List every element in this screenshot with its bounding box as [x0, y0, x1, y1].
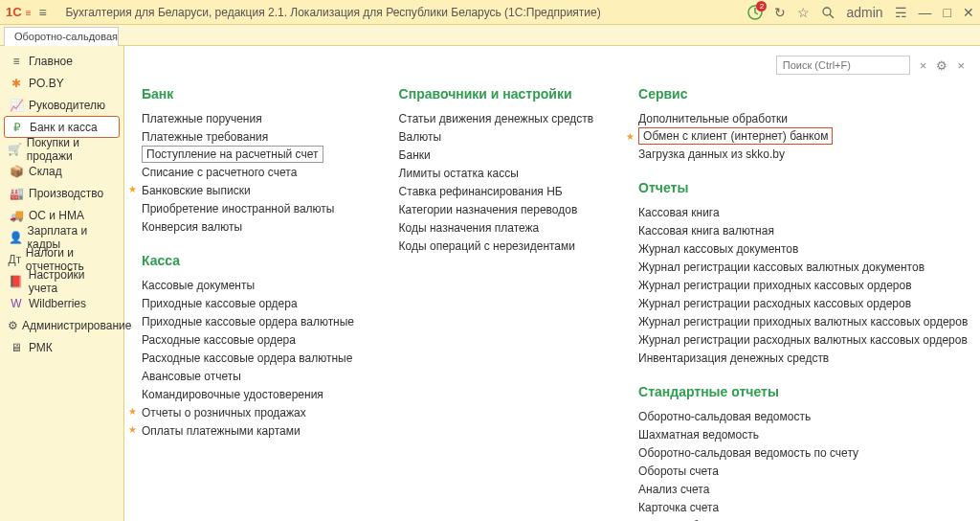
link-item[interactable]: Приходные кассовые ордера валютные: [142, 312, 351, 330]
section-reports-title: Отчеты: [638, 180, 963, 195]
sidebar-item-label: Настройки учета: [29, 268, 116, 295]
link-item[interactable]: Категории назначения переводов: [399, 200, 590, 218]
sidebar-item-покупки-и-продажи[interactable]: 🛒Покупки и продажи: [0, 138, 123, 160]
sidebar-item-руководителю[interactable]: 📈Руководителю: [0, 94, 123, 116]
sidebar-item-wildberries[interactable]: WWildberries: [0, 292, 123, 314]
list-service: Дополнительные обработкиОбмен с клиент (…: [638, 109, 963, 163]
link-item[interactable]: Оборотно-сальдовая ведомость: [638, 407, 963, 425]
search-icon[interactable]: [821, 6, 835, 19]
link-item[interactable]: Списание с расчетного счета: [142, 163, 351, 181]
link-item[interactable]: Оплаты платежными картами: [142, 421, 351, 440]
column-bank-kassa: Банк Платежные порученияПлатежные требов…: [142, 82, 351, 521]
list-std-reports: Оборотно-сальдовая ведомостьШахматная ве…: [638, 407, 963, 521]
sidebar-item-настройки-учета[interactable]: 📕Настройки учета: [0, 270, 123, 292]
link-item[interactable]: Обмен с клиент (интернет) банком: [638, 127, 833, 145]
sidebar-item-склад[interactable]: 📦Склад: [0, 160, 123, 182]
sidebar-item-label: PO.BY: [29, 77, 64, 90]
section-sprav-title: Справочники и настройки: [399, 86, 590, 102]
sidebar-item-производство[interactable]: 🏭Производство: [0, 182, 123, 204]
link-item[interactable]: Банки: [399, 146, 590, 164]
sidebar-icon: 🖥: [8, 341, 25, 354]
search-input[interactable]: [776, 56, 910, 75]
link-item[interactable]: Валюты: [399, 127, 590, 146]
sidebar-icon: 📈: [8, 99, 25, 112]
link-item[interactable]: Кассовая книга: [638, 203, 963, 221]
settings-gear-icon[interactable]: ⚙: [936, 58, 947, 73]
link-item[interactable]: Загрузка данных из skko.by: [638, 145, 963, 163]
link-item[interactable]: Журнал регистрации расходных кассовых ор…: [638, 294, 963, 312]
link-item[interactable]: Банковские выписки: [142, 181, 351, 199]
link-item[interactable]: Журнал регистрации кассовых валютных док…: [638, 258, 963, 276]
sidebar-item-label: Руководителю: [29, 99, 105, 112]
list-bank: Платежные порученияПлатежные требованияП…: [142, 109, 351, 236]
sidebar-icon: 🚚: [8, 209, 25, 222]
link-item[interactable]: Коды назначения платежа: [399, 218, 590, 237]
sidebar-item-label: Банк и касса: [30, 121, 98, 134]
search-clear-icon[interactable]: ×: [920, 58, 927, 73]
link-item[interactable]: Отчеты о розничных продажах: [142, 403, 351, 421]
close-icon[interactable]: ✕: [963, 5, 974, 20]
link-item[interactable]: Приходные кассовые ордера: [142, 294, 351, 312]
notification-badge: 2: [756, 1, 767, 11]
link-item[interactable]: Расходные кассовые ордера валютные: [142, 349, 351, 367]
sidebar-icon: ≡: [8, 55, 25, 68]
link-item[interactable]: Расходные кассовые ордера: [142, 330, 351, 349]
link-item[interactable]: Кассовая книга валютная: [638, 221, 963, 239]
link-item[interactable]: Шахматная ведомость: [638, 425, 963, 443]
minimize-icon[interactable]: —: [919, 5, 932, 20]
link-item[interactable]: Платежные требования: [142, 127, 351, 146]
svg-line-2: [830, 14, 834, 18]
sidebar-item-label: Главное: [29, 55, 73, 68]
sidebar-icon: 🏭: [8, 187, 25, 200]
sidebar-item-администрирование[interactable]: ⚙Администрирование: [0, 314, 123, 336]
link-item[interactable]: Ставка рефинансирования НБ: [399, 182, 590, 200]
link-item[interactable]: Обороты счета: [638, 462, 963, 480]
link-item[interactable]: Анализ счета: [638, 480, 963, 498]
settings-icon[interactable]: ☴: [895, 5, 907, 20]
link-item[interactable]: Дополнительные обработки: [638, 109, 963, 127]
link-item[interactable]: Журнал кассовых документов: [638, 239, 963, 258]
link-item[interactable]: Журнал регистрации приходных кассовых ор…: [638, 276, 963, 294]
panel-close-icon[interactable]: ×: [957, 58, 965, 73]
app-logo-sub: ≡: [26, 8, 32, 18]
link-item[interactable]: Коды операций с нерезидентами: [399, 237, 590, 255]
section-kassa-title: Касса: [142, 253, 351, 268]
sidebar-icon: ⚙: [8, 319, 18, 332]
link-item[interactable]: Лимиты остатка кассы: [399, 164, 590, 182]
link-item[interactable]: Инвентаризация денежных средств: [638, 349, 963, 367]
user-label[interactable]: admin: [846, 5, 882, 20]
titlebar: 1C ≡ ≡ Бухгалтерия для Беларуси, редакци…: [0, 0, 980, 25]
link-item[interactable]: Статьи движения денежных средств: [399, 109, 590, 127]
main-menu-icon[interactable]: ≡: [38, 5, 56, 20]
main-panel: × ⚙ × Банк Платежные порученияПлатежные …: [124, 46, 980, 521]
link-item[interactable]: Оборотно-сальдовая ведомость по счету: [638, 443, 963, 462]
favorites-icon[interactable]: ☆: [797, 5, 810, 20]
notifications-icon[interactable]: 2: [747, 5, 763, 20]
link-item[interactable]: Анализ субконто: [638, 516, 963, 521]
link-item[interactable]: Конверсия валюты: [142, 217, 351, 236]
section-std-reports-title: Стандартные отчеты: [638, 384, 963, 399]
sidebar-item-label: Производство: [29, 187, 103, 200]
sidebar-item-label: Покупки и продажи: [27, 136, 116, 163]
maximize-icon[interactable]: □: [944, 5, 951, 20]
svg-point-1: [823, 8, 831, 15]
sidebar: ≡Главное✱PO.BY📈Руководителю₽Банк и касса…: [0, 46, 124, 521]
app-logo: 1C: [6, 5, 22, 19]
sidebar-icon: W: [8, 297, 25, 310]
tab-osv[interactable]: Оборотно-сальдовая ведомо...: [4, 27, 119, 46]
sidebar-item-главное[interactable]: ≡Главное: [0, 50, 123, 72]
link-item[interactable]: Авансовые отчеты: [142, 367, 351, 385]
sidebar-item-рмк[interactable]: 🖥РМК: [0, 336, 123, 358]
sidebar-item-po-by[interactable]: ✱PO.BY: [0, 72, 123, 94]
link-item[interactable]: Поступление на расчетный счет: [142, 146, 323, 163]
link-item[interactable]: Кассовые документы: [142, 276, 351, 294]
link-item[interactable]: Карточка счета: [638, 498, 963, 516]
history-icon[interactable]: ↻: [774, 5, 786, 20]
link-item[interactable]: Приобретение иностранной валюты: [142, 199, 351, 217]
link-item[interactable]: Журнал регистрации расходных валютных ка…: [638, 330, 963, 349]
link-item[interactable]: Командировочные удостоверения: [142, 385, 351, 403]
link-item[interactable]: Журнал регистрации приходных валютных ка…: [638, 312, 963, 330]
list-kassa: Кассовые документыПриходные кассовые орд…: [142, 276, 351, 440]
link-item[interactable]: Платежные поручения: [142, 109, 351, 127]
sidebar-item-label: Wildberries: [29, 297, 86, 310]
